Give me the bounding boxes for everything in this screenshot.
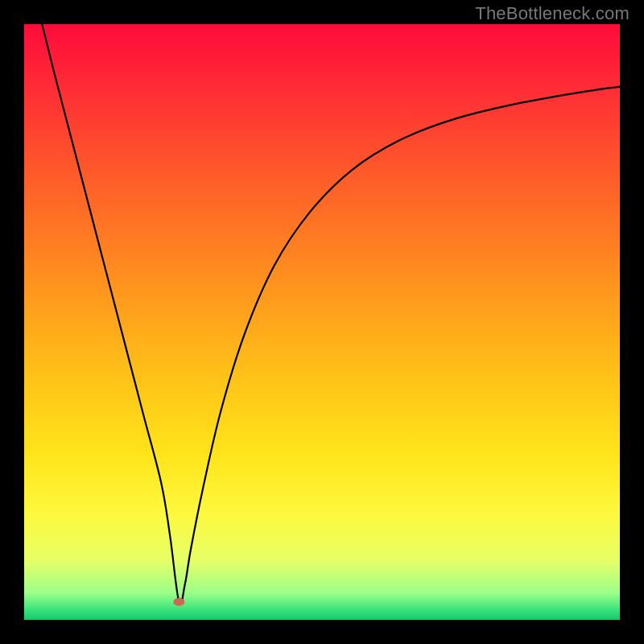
bottleneck-curve-path bbox=[42, 24, 620, 605]
curve-layer bbox=[24, 24, 620, 620]
chart-frame: TheBottleneck.com bbox=[0, 0, 644, 644]
watermark-text: TheBottleneck.com bbox=[475, 3, 630, 24]
minimum-marker bbox=[173, 598, 184, 606]
plot-area bbox=[24, 24, 620, 620]
